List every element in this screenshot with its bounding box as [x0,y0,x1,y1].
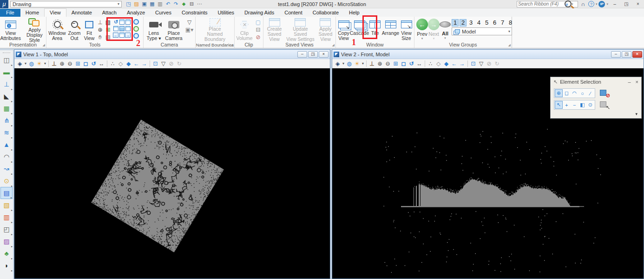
window-area-icon[interactable]: ⊞ [392,60,400,67]
view-perspective-icon[interactable] [133,19,139,25]
zoom-in-icon[interactable]: ⊕ [376,60,384,67]
workflow-selector[interactable]: Drawing ▾ [10,1,122,7]
next-view-group-button[interactable]: → Next ▾ [428,18,440,40]
rotate-right-icon[interactable]: → [125,33,131,38]
update-view-icon[interactable]: ⊥ [50,60,58,67]
camera-settings-icon[interactable]: ▣▾ [185,26,193,33]
cascade-button[interactable]: Cascade [352,18,367,42]
all-views-button[interactable]: All ▾ [440,18,451,40]
cube-right-icon[interactable] [125,26,131,31]
chevron-down-icon[interactable]: ▾ [24,60,27,67]
clip-volume-icon[interactable]: ▽ [477,60,485,67]
navigate-view-icon[interactable]: ◆ [125,60,132,67]
view-next-icon[interactable]: → [458,60,466,67]
tool-roadway[interactable]: ▤ [0,187,13,199]
chevron-down-icon[interactable]: ▾ [342,60,345,67]
rotate-view-icon[interactable]: ↺ [113,19,119,25]
fit-view-button[interactable]: FitView [82,18,96,42]
zoom-out-button[interactable]: − ZoomOut [66,18,82,42]
view1-canvas-top-pointcloud[interactable] [14,68,330,279]
view-size-button[interactable]: ViewSize [399,18,414,42]
open-icon[interactable]: ▨ [132,0,140,8]
window-area-icon[interactable]: ⊞ [74,60,82,67]
clip-volume-icon[interactable]: ▽ [159,60,167,67]
fit-view-icon[interactable]: ◻ [82,60,90,67]
walk-icon[interactable]: ∴ [109,60,117,67]
pan-view-icon[interactable]: ↔ [98,60,105,67]
dialog-close-button[interactable]: × [636,79,638,85]
new-view-icon[interactable]: ⊞ [104,26,112,33]
create-saved-view-button[interactable]: CreateSaved View [263,18,285,42]
undo-icon[interactable]: ↶ [164,0,172,8]
tool-terrain-edit[interactable]: ▬ [0,66,13,78]
zoom-in-icon[interactable]: ⊕ [96,26,104,33]
apply-display-style-button[interactable]: ApplyDisplay Style [23,18,46,42]
copy-view-icon[interactable]: ⊡ [151,60,159,67]
tab-annotate[interactable]: Annotate [66,9,97,17]
clip-volume-button[interactable]: ClipVolume [236,18,253,42]
tool-building[interactable]: ▧ [0,199,13,211]
redo-icon[interactable]: ↷ [172,0,180,8]
view-attributes-button[interactable]: ViewAttributes [0,18,21,42]
saved-view-icon[interactable]: ↻ [175,60,183,67]
update-saved-view-settings-button[interactable]: Update SavedView Settings [286,18,315,42]
place-camera-button[interactable]: PlaceCamera [164,18,184,42]
tool-section-clip[interactable]: ▥ [0,211,13,223]
apply-saved-view-button[interactable]: ApplySaved View [315,18,335,42]
cube-left-icon[interactable] [113,26,118,31]
presentation-launcher-icon[interactable]: ◢ [43,43,45,47]
previous-view-group-button[interactable]: ← Prev ▾ [416,18,428,40]
view-flags-icon[interactable]: ▧ [104,19,112,26]
view-toggle-2[interactable]: 2 [460,19,467,27]
tool-vegetation[interactable]: ⋔ [0,114,13,126]
subtract-mode-icon[interactable]: − [571,101,578,109]
view-toggle-6[interactable]: 6 [491,19,498,27]
tool-exit[interactable]: ◗ [0,259,13,272]
view-render-icon[interactable] [133,26,139,32]
view-toggle-1[interactable]: 1 [452,19,459,27]
toolbar-grip[interactable] [3,50,10,53]
lens-type-button[interactable]: LensType ▾ [145,18,162,42]
update-view-icon[interactable]: ⊥ [368,60,376,67]
view1-title-bar[interactable]: ◤ View 1 - Top, Model – ◳ × [14,50,330,59]
named-boundaries-launcher-icon[interactable]: ◢ [231,43,233,47]
pan-view-icon[interactable]: ✋︎ [96,33,104,41]
clip-mask-icon[interactable]: ⊘ [485,60,493,67]
view1-minimize-button[interactable]: – [297,51,307,58]
tab-constraints[interactable]: Constraints [177,9,213,17]
clip-mask-icon[interactable]: ▢ [254,19,262,26]
tool-powerline[interactable]: ≋ [0,126,13,139]
qat-more-icon[interactable]: ⋯ [196,0,204,8]
view-groups-launcher-icon[interactable]: ◢ [508,43,511,47]
navigate-view-icon[interactable]: ◆ [442,60,450,67]
cube-top-icon[interactable] [119,20,125,25]
arrange-button[interactable]: Arrange [383,18,398,42]
zoom-out-icon[interactable]: ⊖ [384,60,392,67]
inside-mode-icon[interactable]: ◧ [578,101,586,109]
tile-button[interactable]: Tile [368,18,382,42]
camera-frustum-icon[interactable]: ▽ [185,19,193,26]
tool-survey-point[interactable]: ⊥ [0,78,13,90]
tab-attach[interactable]: Attach [97,9,122,17]
select-block-icon[interactable]: ◻ [563,89,571,97]
tool-culvert[interactable]: ▨ [0,235,13,247]
tool-plan-sheet[interactable]: ▦ [0,102,13,114]
rotate-view-icon[interactable]: ↺ [90,60,98,67]
app-minimize-button[interactable]: – [610,0,620,7]
fit-view-icon[interactable]: ◻ [400,60,407,67]
layers-icon[interactable]: ▨ [104,33,112,41]
tab-help[interactable]: Help [344,9,365,17]
select-individual-icon[interactable]: ⊕ [555,89,563,97]
help-caret-icon[interactable]: ▾ [596,2,598,6]
brightness-icon[interactable]: ☀ [35,60,43,67]
app-restore-button[interactable]: ◳ [621,0,631,7]
view2-restore-button[interactable]: ◳ [622,51,631,58]
pointer-mode-icon[interactable]: ↖ [555,101,563,109]
add-mode-icon[interactable]: + [563,101,571,109]
cube-isometric-icon[interactable] [125,20,131,25]
view-toggle-8[interactable]: 8 [507,19,514,27]
view2-close-button[interactable]: × [632,51,642,58]
view2-title-bar[interactable]: ◤ View 2 - Front, Model – ◳ × [332,50,644,59]
dialog-minimize-button[interactable]: – [628,79,631,85]
tool-tunnel[interactable]: ◠ [0,151,13,163]
